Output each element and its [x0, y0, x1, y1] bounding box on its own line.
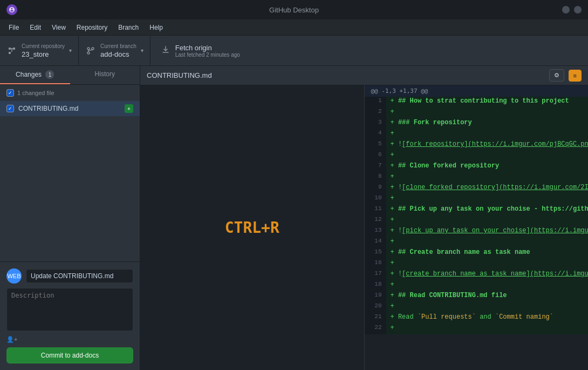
header-actions: ⚙ ≡ — [549, 69, 582, 82]
commit-area: WEB 👤+ Commit to add-docs — [0, 261, 140, 370]
commit-button[interactable]: Commit to add-docs — [6, 347, 133, 364]
repo-icon — [6, 45, 17, 56]
svg-rect-2 — [13, 48, 15, 50]
table-row: 19+ ## Read CONTRIBUTING.md file — [365, 291, 589, 302]
line-content: + — [386, 280, 589, 291]
table-row: 18+ — [365, 280, 589, 291]
menu-help[interactable]: Help — [145, 22, 167, 33]
title-bar: GitHub Desktop — [0, 0, 588, 19]
toolbar: Current repository 23_store ▾ Current br… — [0, 36, 588, 66]
menu-branch[interactable]: Branch — [114, 22, 143, 33]
commit-description-input[interactable] — [6, 288, 133, 331]
current-branch-section[interactable]: Current branch add-docs ▾ — [79, 36, 151, 65]
split-view-button[interactable]: ≡ — [569, 70, 582, 82]
line-number: 20 — [365, 302, 386, 313]
line-content: + ## Create branch name as task name — [386, 248, 589, 259]
line-content: + ## Read CONTRIBUTING.md file — [386, 291, 589, 302]
table-row: 6+ — [365, 151, 589, 162]
svg-rect-3 — [9, 52, 11, 54]
table-row: 2+ — [365, 107, 589, 118]
line-content: + — [386, 172, 589, 183]
table-row: 14+ — [365, 237, 589, 248]
line-number: 15 — [365, 248, 386, 259]
table-row: 15+ ## Create branch name as task name — [365, 248, 589, 259]
sidebar: Changes 1 History ✓ 1 changed file ✓ CON… — [0, 66, 140, 370]
line-number: 4 — [365, 129, 386, 140]
avatar: WEB — [6, 268, 22, 284]
table-row: 20+ — [365, 302, 589, 313]
table-row: 16+ — [365, 259, 589, 270]
file-list-header: ✓ 1 changed file — [0, 85, 140, 101]
line-content: + — [386, 129, 589, 140]
table-row: 1+ ## How to strat contributing to this … — [365, 97, 589, 107]
diff-right-panel[interactable]: @@ -1,3 +1,37 @@ 1+ ## How to strat cont… — [365, 85, 589, 370]
line-number: 8 — [365, 172, 386, 183]
menu-file[interactable]: File — [4, 22, 23, 33]
content-header: CONTRIBUTING.md ⚙ ≡ — [140, 66, 588, 85]
svg-point-6 — [87, 48, 90, 50]
select-all-checkbox[interactable]: ✓ — [6, 89, 14, 97]
diff-hunk-header: @@ -1,3 +1,37 @@ — [365, 85, 589, 97]
tab-changes[interactable]: Changes 1 — [0, 66, 70, 84]
keyboard-shortcut: CTRL+R — [225, 219, 279, 237]
repo-chevron-icon: ▾ — [69, 48, 72, 53]
table-row: 17+ ![create_branch_name_as_task_name](h… — [365, 270, 589, 280]
table-row: 5+ ![fork_repository](https://i.imgur.co… — [365, 140, 589, 151]
line-number: 10 — [365, 194, 386, 205]
diff-lines: 1+ ## How to strat contributing to this … — [365, 97, 589, 334]
table-row: 10+ — [365, 194, 589, 205]
line-number: 5 — [365, 140, 386, 151]
diff-area: CTRL+R @@ -1,3 +1,37 @@ 1+ ## How to str… — [140, 85, 588, 370]
menu-bar: File Edit View Repository Branch Help — [0, 19, 588, 36]
line-content: + ## Clone forked repository — [386, 162, 589, 172]
app-icon — [6, 4, 17, 15]
settings-button[interactable]: ⚙ — [549, 69, 564, 82]
svg-point-7 — [87, 52, 90, 54]
add-coauthor-button[interactable]: 👤+ — [6, 336, 133, 343]
table-row: 9+ ![clone_forked_repository](https://i.… — [365, 183, 589, 194]
line-number: 14 — [365, 237, 386, 248]
commit-title-input[interactable] — [26, 269, 133, 283]
line-number: 17 — [365, 270, 386, 280]
table-row: 21+ Read `Pull requests` and `Commit nam… — [365, 313, 589, 324]
maximize-button[interactable] — [574, 6, 582, 14]
line-number: 16 — [365, 259, 386, 270]
table-row: 8+ — [365, 172, 589, 183]
table-row: 13+ ![pick_up_any_task_on_your_choise](h… — [365, 226, 589, 237]
menu-edit[interactable]: Edit — [25, 22, 45, 33]
window-title: GitHub Desktop — [269, 6, 319, 14]
svg-point-8 — [92, 48, 94, 50]
file-status-badge: + — [125, 104, 133, 113]
line-content: + — [386, 194, 589, 205]
fetch-title: Fetch origin — [175, 44, 240, 52]
menu-view[interactable]: View — [47, 22, 70, 33]
list-item[interactable]: ✓ CONTRIBUTING.md + — [0, 101, 140, 116]
line-content: + ![create_branch_name_as_task_name](htt… — [386, 270, 589, 280]
table-row: 7+ ## Clone forked repository — [365, 162, 589, 172]
line-content: + ## Pick up any task on your choise - h… — [386, 205, 589, 216]
fetch-origin-section[interactable]: Fetch origin Last fetched 2 minutes ago — [151, 36, 251, 65]
menu-repository[interactable]: Repository — [72, 22, 112, 33]
fetch-subtitle: Last fetched 2 minutes ago — [175, 52, 240, 58]
line-number: 7 — [365, 162, 386, 172]
line-number: 1 — [365, 97, 386, 107]
line-content: + — [386, 237, 589, 248]
line-number: 6 — [365, 151, 386, 162]
current-repo-section[interactable]: Current repository 23_store ▾ — [0, 36, 79, 65]
line-number: 2 — [365, 107, 386, 118]
line-content: + ### Fork repository — [386, 118, 589, 129]
file-path-label: CONTRIBUTING.md — [147, 71, 212, 79]
minimize-button[interactable] — [562, 6, 570, 14]
diff-left-panel: CTRL+R — [140, 85, 365, 370]
branch-icon — [85, 45, 96, 56]
table-row: 22+ — [365, 324, 589, 334]
file-checkbox[interactable]: ✓ — [6, 105, 14, 112]
line-content: + — [386, 259, 589, 270]
line-number: 21 — [365, 313, 386, 324]
line-content: + — [386, 107, 589, 118]
table-row: 11+ ## Pick up any task on your choise -… — [365, 205, 589, 216]
svg-rect-1 — [9, 48, 11, 50]
sidebar-tabs: Changes 1 History — [0, 66, 140, 85]
tab-history[interactable]: History — [70, 66, 140, 84]
repo-label: Current repository — [22, 43, 65, 49]
